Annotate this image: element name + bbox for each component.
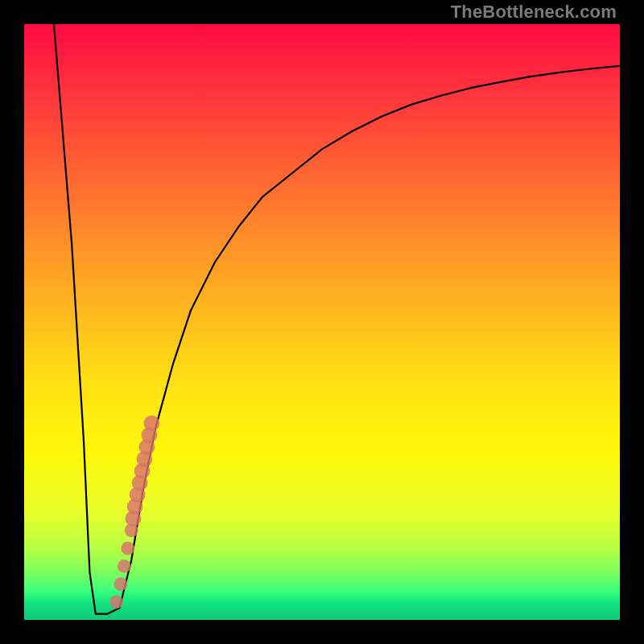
highlight-dot [121,542,134,555]
attribution-text: TheBottleneck.com [451,2,617,23]
bottleneck-curve [54,24,620,614]
highlight-dot [118,559,131,573]
highlight-dots [109,415,159,609]
chart-frame: TheBottleneck.com [0,0,644,644]
highlight-dot [114,577,128,591]
plot-area [24,24,620,620]
chart-svg [24,24,620,620]
highlight-dot [144,415,160,431]
highlight-dot [109,595,123,609]
